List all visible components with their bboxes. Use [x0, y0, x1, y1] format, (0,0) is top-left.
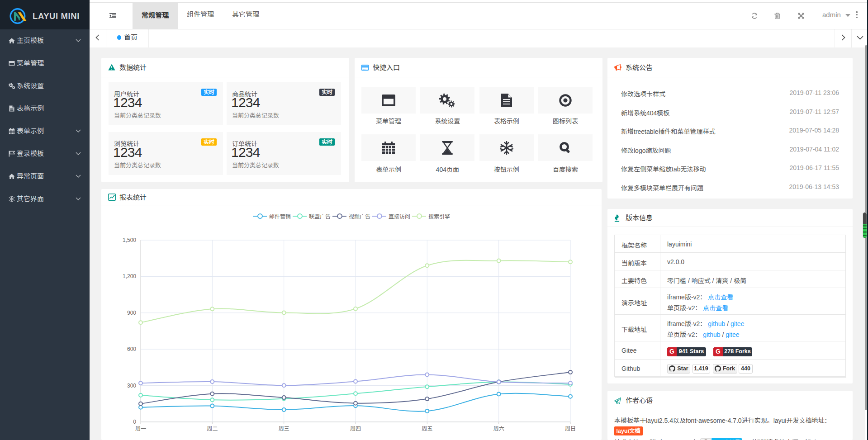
svg-text:周三: 周三	[279, 426, 289, 432]
svg-text:视频广告: 视频广告	[349, 213, 370, 220]
svg-text:300: 300	[127, 383, 136, 389]
svg-text:周五: 周五	[422, 426, 432, 432]
svg-text:搜索引擎: 搜索引擎	[428, 213, 450, 220]
svg-text:1,200: 1,200	[123, 273, 136, 279]
svg-text:邮件营销: 邮件营销	[269, 213, 291, 220]
svg-text:周日: 周日	[565, 426, 576, 432]
svg-text:900: 900	[127, 310, 136, 316]
svg-text:0: 0	[133, 419, 136, 425]
svg-text:直接访问: 直接访问	[389, 213, 410, 220]
svg-text:周四: 周四	[350, 426, 361, 432]
svg-text:联盟广告: 联盟广告	[309, 213, 331, 220]
svg-text:周一: 周一	[135, 426, 146, 432]
svg-text:周二: 周二	[207, 426, 218, 432]
svg-text:600: 600	[127, 346, 136, 352]
svg-text:1,500: 1,500	[123, 237, 136, 243]
svg-text:周六: 周六	[493, 426, 504, 432]
